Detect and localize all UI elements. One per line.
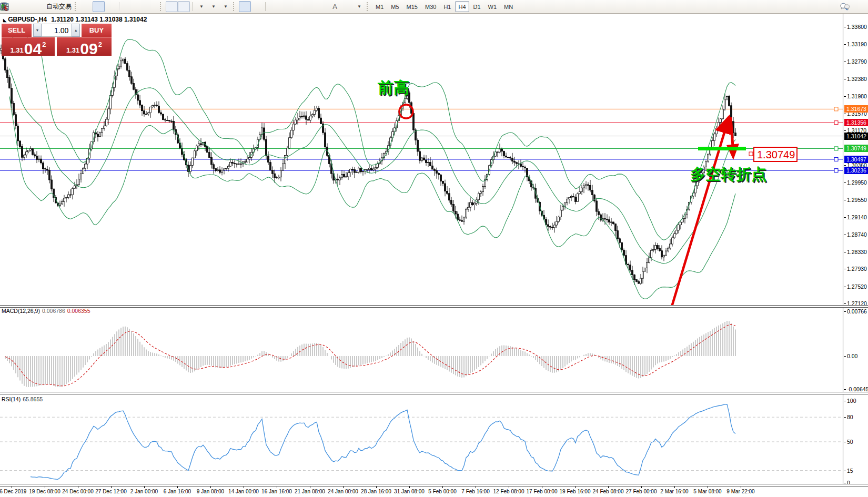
- chart-title: ◣GBPUSD-,H41.31120 1.31143 1.31038 1.310…: [3, 16, 147, 23]
- sell-price-sup: 2: [42, 41, 46, 48]
- price-tick-label: 1.29140: [847, 214, 867, 220]
- date-label: 27 Dec 12:00: [95, 489, 127, 494]
- sell-button[interactable]: SELL: [2, 24, 32, 37]
- prev-high-text: 前高: [378, 79, 409, 96]
- toolbar-grip: [367, 2, 370, 11]
- auto-scroll-button[interactable]: [166, 1, 178, 12]
- periods-button[interactable]: ▼: [207, 1, 219, 12]
- timeframe-button-W1[interactable]: W1: [485, 1, 500, 12]
- price-tick-label: 1.33600: [847, 24, 867, 30]
- panel-separator[interactable]: [0, 392, 868, 394]
- chat-button[interactable]: [854, 1, 866, 12]
- templates-button[interactable]: ▼: [219, 1, 231, 12]
- toolbar-separator: [192, 2, 193, 11]
- bar-chart-button[interactable]: [80, 1, 93, 12]
- trade-prices-row: 1.31042 1.31092: [2, 37, 112, 56]
- price-axis: 1.336001.331901.327901.323801.319801.315…: [843, 14, 868, 486]
- rsi-tick-label: 50: [847, 439, 853, 445]
- arrows-button[interactable]: ▼: [353, 1, 365, 12]
- price-tick-label: 1.32790: [847, 58, 867, 65]
- cursor-button[interactable]: [239, 1, 251, 12]
- panel-separator[interactable]: [0, 305, 868, 308]
- macd-main-value: 0.006786: [42, 308, 65, 314]
- rsi-tick-label: 80: [847, 414, 853, 420]
- buy-price-display[interactable]: 1.31092: [57, 37, 112, 56]
- price-tick-label: 1.28330: [847, 249, 867, 255]
- date-label: 9 Jan 08:00: [197, 489, 224, 494]
- macd-tick-label: 0.00766: [847, 308, 867, 315]
- timeframe-button-H4[interactable]: H4: [455, 1, 469, 12]
- date-label: 6 Jan 16:00: [164, 489, 191, 494]
- price-badge: 1.30749: [844, 145, 868, 152]
- chart-shift-button[interactable]: [178, 1, 190, 12]
- date-label: 12 Feb 08:00: [493, 489, 524, 494]
- history-button[interactable]: [8, 1, 21, 12]
- date-label: 28 Jan 16:00: [361, 489, 391, 494]
- candlestick-chart-button[interactable]: [93, 1, 105, 12]
- date-label: 21 Jan 08:00: [295, 489, 325, 494]
- horizontal-line-button[interactable]: [280, 1, 292, 12]
- rsi-tick-label: 100: [847, 398, 856, 404]
- date-label: 24 Feb 08:00: [593, 489, 624, 494]
- symbol-period-label: GBPUSD-,H4: [8, 16, 47, 23]
- rsi-indicator-panel[interactable]: [0, 393, 843, 484]
- crosshair-button[interactable]: [251, 1, 263, 12]
- price-badge: 1.31042: [844, 133, 868, 140]
- timeframe-button-M1[interactable]: M1: [372, 1, 387, 12]
- price-tick-label: 1.33190: [847, 41, 867, 47]
- date-label: 24 Jan 00:00: [328, 489, 358, 494]
- new-chart-button[interactable]: ▼: [195, 1, 207, 12]
- price-badge: 1.31673: [844, 105, 868, 113]
- annotations[interactable]: 前高前高多空转折点多空转折点1.30749: [378, 79, 797, 305]
- mt4-window: { "toolbar": { "order_button": "订单", "au…: [0, 0, 868, 497]
- vertical-line-button[interactable]: [268, 1, 280, 12]
- timeframe-button-M5[interactable]: M5: [388, 1, 402, 12]
- trendline-button[interactable]: [292, 1, 305, 12]
- chat-icon: [840, 2, 850, 11]
- volume-input[interactable]: 1.00: [42, 24, 72, 37]
- price-label-text: 1.30749: [757, 149, 795, 160]
- panel-separator[interactable]: [0, 484, 868, 486]
- text-label-button[interactable]: T: [341, 1, 353, 12]
- macd-tick-label: 0.00: [847, 353, 857, 359]
- fibonacci-button[interactable]: F: [317, 1, 329, 12]
- pivot-text: 多空转折点: [690, 166, 766, 182]
- toolbar-separator: [119, 2, 120, 11]
- volume-decrease-button[interactable]: ▼: [33, 24, 42, 37]
- text-button[interactable]: A: [329, 1, 341, 12]
- zoom-out-button[interactable]: [134, 1, 146, 12]
- chevron-down-icon: ▼: [224, 4, 228, 9]
- price-tick-label: 1.27930: [847, 266, 867, 272]
- signals-button[interactable]: [33, 1, 45, 12]
- buy-button[interactable]: BUY: [82, 24, 112, 37]
- chevron-down-icon: ▼: [199, 4, 204, 9]
- toolbar-right-group: [840, 1, 866, 12]
- accounts-button[interactable]: [21, 1, 33, 12]
- volume-increase-button[interactable]: ▲: [72, 24, 80, 37]
- timeframe-button-H1[interactable]: H1: [440, 1, 454, 12]
- macd-indicator-panel[interactable]: [0, 306, 843, 392]
- date-label: 2 Mar 16:00: [660, 489, 688, 494]
- date-label: 7 Feb 16:00: [461, 489, 489, 494]
- equidistant-channel-button[interactable]: E: [305, 1, 317, 12]
- one-click-trading-panel: SELL ▼ 1.00 ▲ BUY 1.31042 1.31092: [2, 24, 112, 56]
- timeframe-button-MN[interactable]: MN: [501, 1, 516, 12]
- tile-windows-button[interactable]: [146, 1, 158, 12]
- date-label: 5 Feb 00:00: [428, 489, 456, 494]
- date-label: 24 Dec 00:00: [62, 489, 94, 494]
- timeframe-button-M15[interactable]: M15: [403, 1, 421, 12]
- trade-controls-row: SELL ▼ 1.00 ▲ BUY: [2, 24, 112, 37]
- sell-price-display[interactable]: 1.31042: [2, 37, 55, 56]
- date-label: 17 Feb 00:00: [527, 489, 558, 494]
- line-chart-button[interactable]: [105, 1, 117, 12]
- timeframe-button-M30[interactable]: M30: [422, 1, 439, 12]
- buy-price-sup: 2: [98, 41, 102, 48]
- trend-arrow-up: [671, 117, 729, 305]
- timeframe-button-D1[interactable]: D1: [470, 1, 484, 12]
- price-tick-label: 1.28740: [847, 231, 867, 238]
- date-label: 27 Feb 00:00: [626, 489, 657, 494]
- price-tick-label: 1.29550: [847, 197, 867, 203]
- main-price-chart[interactable]: 前高前高多空转折点多空转折点1.30749: [0, 14, 843, 305]
- autotrading-button[interactable]: 自动交易: [45, 1, 73, 12]
- zoom-in-button[interactable]: [122, 1, 134, 12]
